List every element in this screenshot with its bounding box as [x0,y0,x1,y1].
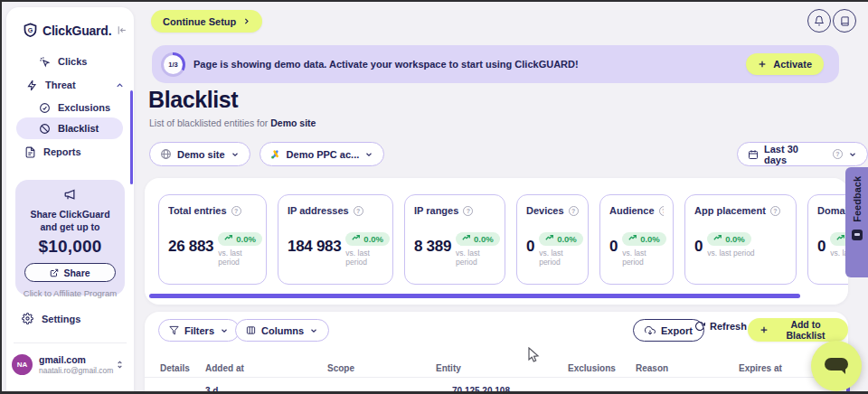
page-title: Blacklist [148,87,238,113]
stat-value: 0 [609,238,618,256]
sidebar-item-label: Exclusions [58,102,110,113]
chevron-down-icon [364,150,373,159]
date-range-value: Last 30 days [764,144,823,165]
columns-button[interactable]: Columns [235,319,329,342]
continue-setup-button[interactable]: Continue Setup [151,10,262,33]
trend-up-icon [352,234,361,243]
user-account[interactable]: NA gmail.com naatali.ro@gmail.com [12,354,129,375]
user-account-name: gmail.com [39,354,113,366]
banner-message: Page is showing demo data. Activate your… [193,45,579,83]
promo-title: Share ClickGuard and get up to [15,205,125,233]
chevron-down-icon [309,326,318,335]
stat-label: IP addresses [288,205,349,216]
demo-data-banner: 1/3 Page is showing demo data. Activate … [152,45,839,83]
share-button[interactable]: Share [24,263,116,282]
setup-progress-value: 1/3 [164,55,183,74]
sidebar-divider [14,342,127,343]
date-range-selector[interactable]: Last 30 days ? [737,142,868,166]
stat-value: 26 883 [168,238,213,256]
site-selector[interactable]: Demo site [149,142,250,166]
stat-vs-label: vs. last period [218,249,257,267]
help-icon: ? [833,149,843,159]
gear-icon [22,313,33,324]
stat-vs-label: vs. last period [707,249,754,258]
trend-up-icon [713,234,722,243]
sidebar-item-label: Clicks [58,56,87,67]
filters-label: Filters [184,325,214,336]
check-circle-icon [39,102,51,114]
sidebar-item-threat[interactable]: Threat [26,78,125,92]
stats-panel: Total entries? 26 883 0.0% vs. last peri… [145,178,848,305]
chevrons-up-down-icon[interactable] [115,360,125,370]
trend-up-icon [836,234,845,243]
promo-amount: $10,000 [15,237,125,257]
ppc-account-value: Demo PPC ac... [287,149,360,160]
sidebar-item-clicks[interactable]: Clicks [39,54,125,69]
table-header-divider [145,377,848,378]
column-header-exclusions[interactable]: Exclusions [568,363,616,373]
page-subtitle-site: Demo site [270,117,316,128]
screen-edge [0,0,868,2]
help-icon[interactable]: ? [770,206,780,216]
stat-card-ip-addresses: IP addresses? 184 983 0.0% vs. last peri… [278,194,393,285]
stats-horizontal-scrollbar[interactable] [149,294,800,298]
globe-icon [160,148,172,160]
sidebar-item-exclusions[interactable]: Exclusions [39,100,125,115]
stat-value: 0 [694,238,703,256]
screen-edge [0,0,2,394]
affiliate-promo-card: Share ClickGuard and get up to $10,000 S… [15,180,125,296]
refresh-icon [694,321,705,332]
ppc-account-selector[interactable]: Demo PPC ac... [259,142,385,166]
column-header-expires-at[interactable]: Expires at [739,363,782,373]
external-link-icon [50,268,59,277]
help-icon[interactable]: ? [231,206,241,216]
sidebar-item-blacklist-content[interactable]: Blacklist [39,121,125,136]
column-header-added-at[interactable]: Added at [205,363,244,373]
chevron-down-icon [231,150,240,159]
share-button-label: Share [63,267,90,278]
collapse-sidebar-icon[interactable] [116,24,127,36]
document-icon [24,146,36,158]
add-to-blacklist-button[interactable]: Add to Blacklist [748,318,848,342]
chevron-down-icon [848,150,857,159]
trend-up-icon [628,234,637,243]
notifications-button[interactable] [807,9,831,33]
promo-note[interactable]: Click to Affiliate Program [15,288,125,298]
chat-launcher-button[interactable] [811,341,862,391]
sidebar: G ClickGuard. Clicks Threat Exclusions B… [6,7,134,394]
stat-label: Devices [526,205,564,216]
stat-vs-label: vs. last period [539,249,579,267]
refresh-button[interactable]: Refresh [694,321,747,332]
page-subtitle-prefix: List of blacklisted entities for [149,117,270,128]
chevron-up-icon[interactable] [115,80,125,90]
activate-label: Activate [773,59,812,70]
docs-button[interactable] [833,9,856,33]
shield-logo-icon: G [23,23,38,38]
svg-text:G: G [28,27,33,34]
sidebar-item-reports[interactable]: Reports [24,145,125,159]
plus-icon [758,60,767,69]
sidebar-scrollbar[interactable] [130,90,133,184]
chevron-down-icon [220,326,229,335]
column-header-details[interactable]: Details [160,363,190,373]
column-header-entity[interactable]: Entity [436,363,461,373]
filters-button[interactable]: Filters [158,319,240,342]
bell-icon [814,15,825,26]
brand-logo[interactable]: G ClickGuard. [23,23,124,38]
click-cursor-icon [39,56,51,68]
stat-change-badge: 0.0% [622,232,666,246]
help-icon[interactable]: ? [659,206,664,216]
stat-value: 0 [526,238,534,256]
sidebar-item-settings[interactable]: Settings [22,313,80,324]
help-icon[interactable]: ? [569,206,579,216]
column-header-scope[interactable]: Scope [327,363,354,373]
help-icon[interactable]: ? [354,206,363,216]
feedback-tab[interactable]: Feedback [845,167,868,277]
stat-vs-label: vs. last period [456,249,495,267]
column-header-reason[interactable]: Reason [636,363,668,373]
stat-value: 8 389 [414,238,451,256]
stat-label: Audience [609,205,655,216]
activate-button[interactable]: Activate [746,53,824,75]
ban-icon [39,123,51,135]
help-icon[interactable]: ? [463,206,473,216]
